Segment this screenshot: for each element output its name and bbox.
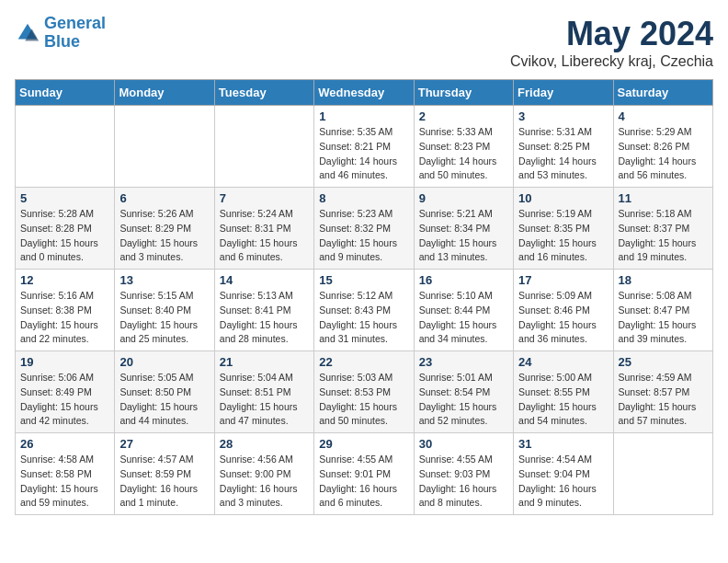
calendar-cell: 20Sunrise: 5:05 AM Sunset: 8:50 PM Dayli… bbox=[115, 351, 214, 433]
header: General Blue May 2024 Cvikov, Liberecky … bbox=[15, 15, 713, 70]
day-number: 15 bbox=[319, 273, 408, 287]
calendar-week-row: 19Sunrise: 5:06 AM Sunset: 8:49 PM Dayli… bbox=[16, 351, 713, 433]
calendar-week-row: 26Sunrise: 4:58 AM Sunset: 8:58 PM Dayli… bbox=[16, 433, 713, 515]
calendar-cell: 24Sunrise: 5:00 AM Sunset: 8:55 PM Dayli… bbox=[514, 351, 613, 433]
day-info: Sunrise: 4:55 AM Sunset: 9:01 PM Dayligh… bbox=[319, 453, 408, 511]
calendar-week-row: 1Sunrise: 5:35 AM Sunset: 8:21 PM Daylig… bbox=[16, 106, 713, 188]
day-number: 23 bbox=[419, 355, 508, 369]
calendar-cell: 27Sunrise: 4:57 AM Sunset: 8:59 PM Dayli… bbox=[115, 433, 214, 515]
day-number: 24 bbox=[518, 355, 608, 369]
logo-text: General Blue bbox=[44, 15, 106, 52]
day-number: 5 bbox=[20, 191, 109, 205]
day-info: Sunrise: 5:21 AM Sunset: 8:34 PM Dayligh… bbox=[419, 207, 508, 265]
day-info: Sunrise: 5:12 AM Sunset: 8:43 PM Dayligh… bbox=[319, 289, 408, 347]
day-number: 16 bbox=[419, 273, 508, 287]
calendar-cell bbox=[214, 106, 313, 188]
calendar-table: SundayMondayTuesdayWednesdayThursdayFrid… bbox=[15, 79, 713, 515]
calendar-cell: 28Sunrise: 4:56 AM Sunset: 9:00 PM Dayli… bbox=[214, 433, 313, 515]
day-number: 1 bbox=[319, 109, 408, 123]
day-info: Sunrise: 5:15 AM Sunset: 8:40 PM Dayligh… bbox=[119, 289, 209, 347]
day-number: 27 bbox=[119, 437, 209, 451]
calendar-cell: 14Sunrise: 5:13 AM Sunset: 8:41 PM Dayli… bbox=[214, 270, 313, 351]
day-number: 11 bbox=[619, 191, 708, 205]
day-header-sunday: Sunday bbox=[16, 80, 115, 106]
day-info: Sunrise: 5:26 AM Sunset: 8:29 PM Dayligh… bbox=[119, 207, 209, 265]
calendar-cell: 11Sunrise: 5:18 AM Sunset: 8:37 PM Dayli… bbox=[613, 188, 712, 270]
calendar-cell: 4Sunrise: 5:29 AM Sunset: 8:26 PM Daylig… bbox=[613, 106, 712, 188]
day-number: 12 bbox=[20, 273, 109, 287]
calendar-cell: 29Sunrise: 4:55 AM Sunset: 9:01 PM Dayli… bbox=[314, 433, 414, 515]
calendar-cell: 18Sunrise: 5:08 AM Sunset: 8:47 PM Dayli… bbox=[613, 270, 712, 351]
day-number: 4 bbox=[619, 109, 708, 123]
calendar-cell: 21Sunrise: 5:04 AM Sunset: 8:51 PM Dayli… bbox=[214, 351, 313, 433]
day-header-wednesday: Wednesday bbox=[314, 80, 414, 106]
calendar-cell: 12Sunrise: 5:16 AM Sunset: 8:38 PM Dayli… bbox=[16, 270, 115, 351]
day-info: Sunrise: 5:19 AM Sunset: 8:35 PM Dayligh… bbox=[518, 207, 608, 265]
day-number: 21 bbox=[220, 355, 309, 369]
day-number: 25 bbox=[619, 355, 708, 369]
calendar-cell: 9Sunrise: 5:21 AM Sunset: 8:34 PM Daylig… bbox=[414, 188, 513, 270]
day-info: Sunrise: 4:59 AM Sunset: 8:57 PM Dayligh… bbox=[619, 371, 708, 429]
calendar-week-row: 12Sunrise: 5:16 AM Sunset: 8:38 PM Dayli… bbox=[16, 270, 713, 351]
calendar-cell: 10Sunrise: 5:19 AM Sunset: 8:35 PM Dayli… bbox=[514, 188, 613, 270]
day-number: 2 bbox=[419, 109, 508, 123]
day-info: Sunrise: 5:01 AM Sunset: 8:54 PM Dayligh… bbox=[419, 371, 508, 429]
calendar-cell: 31Sunrise: 4:54 AM Sunset: 9:04 PM Dayli… bbox=[514, 433, 613, 515]
day-number: 31 bbox=[518, 437, 608, 451]
day-info: Sunrise: 5:08 AM Sunset: 8:47 PM Dayligh… bbox=[619, 289, 708, 347]
day-number: 29 bbox=[319, 437, 408, 451]
logo: General Blue bbox=[15, 15, 106, 52]
day-info: Sunrise: 5:28 AM Sunset: 8:28 PM Dayligh… bbox=[20, 207, 109, 265]
day-number: 22 bbox=[319, 355, 408, 369]
day-info: Sunrise: 4:56 AM Sunset: 9:00 PM Dayligh… bbox=[220, 453, 309, 511]
day-info: Sunrise: 5:10 AM Sunset: 8:44 PM Dayligh… bbox=[419, 289, 508, 347]
calendar-cell: 5Sunrise: 5:28 AM Sunset: 8:28 PM Daylig… bbox=[16, 188, 115, 270]
day-number: 9 bbox=[419, 191, 508, 205]
calendar-week-row: 5Sunrise: 5:28 AM Sunset: 8:28 PM Daylig… bbox=[16, 188, 713, 270]
day-info: Sunrise: 5:00 AM Sunset: 8:55 PM Dayligh… bbox=[518, 371, 608, 429]
day-info: Sunrise: 5:31 AM Sunset: 8:25 PM Dayligh… bbox=[518, 125, 608, 183]
calendar-cell: 23Sunrise: 5:01 AM Sunset: 8:54 PM Dayli… bbox=[414, 351, 513, 433]
calendar-cell bbox=[16, 106, 115, 188]
location-title: Cvikov, Liberecky kraj, Czechia bbox=[510, 53, 713, 70]
day-info: Sunrise: 5:23 AM Sunset: 8:32 PM Dayligh… bbox=[319, 207, 408, 265]
day-number: 18 bbox=[619, 273, 708, 287]
calendar-cell: 1Sunrise: 5:35 AM Sunset: 8:21 PM Daylig… bbox=[314, 106, 414, 188]
calendar-cell: 16Sunrise: 5:10 AM Sunset: 8:44 PM Dayli… bbox=[414, 270, 513, 351]
calendar-cell: 19Sunrise: 5:06 AM Sunset: 8:49 PM Dayli… bbox=[16, 351, 115, 433]
day-info: Sunrise: 5:05 AM Sunset: 8:50 PM Dayligh… bbox=[119, 371, 209, 429]
day-info: Sunrise: 5:13 AM Sunset: 8:41 PM Dayligh… bbox=[220, 289, 309, 347]
day-header-tuesday: Tuesday bbox=[214, 80, 313, 106]
day-info: Sunrise: 4:54 AM Sunset: 9:04 PM Dayligh… bbox=[518, 453, 608, 511]
calendar-cell: 26Sunrise: 4:58 AM Sunset: 8:58 PM Dayli… bbox=[16, 433, 115, 515]
calendar-cell: 25Sunrise: 4:59 AM Sunset: 8:57 PM Dayli… bbox=[613, 351, 712, 433]
day-number: 6 bbox=[119, 191, 209, 205]
day-header-thursday: Thursday bbox=[414, 80, 513, 106]
day-number: 7 bbox=[220, 191, 309, 205]
day-info: Sunrise: 5:16 AM Sunset: 8:38 PM Dayligh… bbox=[20, 289, 109, 347]
calendar-cell: 7Sunrise: 5:24 AM Sunset: 8:31 PM Daylig… bbox=[214, 188, 313, 270]
day-number: 8 bbox=[319, 191, 408, 205]
calendar-cell: 30Sunrise: 4:55 AM Sunset: 9:03 PM Dayli… bbox=[414, 433, 513, 515]
day-info: Sunrise: 5:09 AM Sunset: 8:46 PM Dayligh… bbox=[518, 289, 608, 347]
logo-line1: General bbox=[44, 14, 106, 32]
calendar-cell: 13Sunrise: 5:15 AM Sunset: 8:40 PM Dayli… bbox=[115, 270, 214, 351]
day-number: 3 bbox=[518, 109, 608, 123]
calendar-cell: 2Sunrise: 5:33 AM Sunset: 8:23 PM Daylig… bbox=[414, 106, 513, 188]
day-number: 17 bbox=[518, 273, 608, 287]
calendar-cell: 17Sunrise: 5:09 AM Sunset: 8:46 PM Dayli… bbox=[514, 270, 613, 351]
day-header-saturday: Saturday bbox=[613, 80, 712, 106]
calendar-cell: 3Sunrise: 5:31 AM Sunset: 8:25 PM Daylig… bbox=[514, 106, 613, 188]
day-info: Sunrise: 4:57 AM Sunset: 8:59 PM Dayligh… bbox=[119, 453, 209, 511]
day-info: Sunrise: 5:35 AM Sunset: 8:21 PM Dayligh… bbox=[319, 125, 408, 183]
day-info: Sunrise: 4:58 AM Sunset: 8:58 PM Dayligh… bbox=[20, 453, 109, 511]
day-number: 13 bbox=[119, 273, 209, 287]
day-number: 30 bbox=[419, 437, 508, 451]
day-header-friday: Friday bbox=[514, 80, 613, 106]
calendar-header-row: SundayMondayTuesdayWednesdayThursdayFrid… bbox=[16, 80, 713, 106]
title-area: May 2024 Cvikov, Liberecky kraj, Czechia bbox=[510, 15, 713, 70]
day-number: 28 bbox=[220, 437, 309, 451]
day-info: Sunrise: 5:06 AM Sunset: 8:49 PM Dayligh… bbox=[20, 371, 109, 429]
calendar-cell: 8Sunrise: 5:23 AM Sunset: 8:32 PM Daylig… bbox=[314, 188, 414, 270]
calendar-cell bbox=[115, 106, 214, 188]
